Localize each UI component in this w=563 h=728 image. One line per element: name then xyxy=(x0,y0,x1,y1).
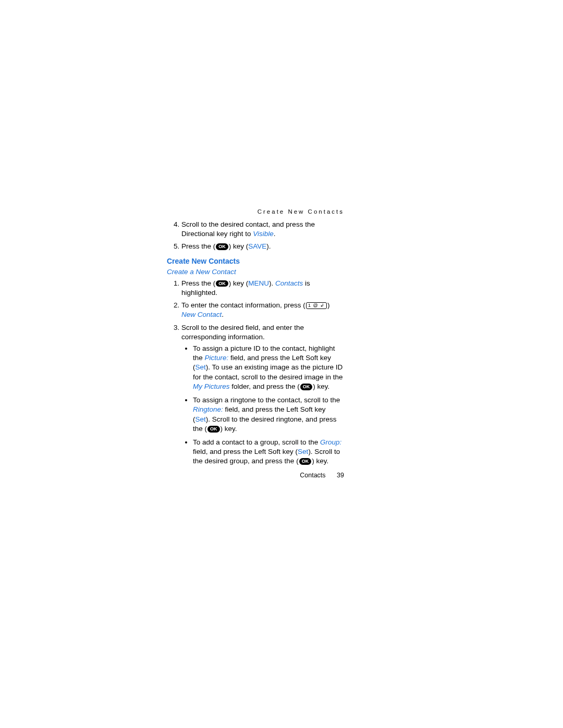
b3-a: To add a contact to a group, scroll to t… xyxy=(193,438,320,446)
b3-b: field, and press the Left Soft key ( xyxy=(193,448,298,455)
b1-d: folder, and press the ( xyxy=(230,382,300,390)
ringtone-label: Ringtone: xyxy=(193,405,223,413)
step5-text-b: ) key ( xyxy=(229,242,249,250)
section-heading: Create New Contacts xyxy=(167,257,344,265)
ok-key-icon: OK xyxy=(216,243,228,250)
bullet-ringtone: To assign a ringtone to the contact, scr… xyxy=(193,396,344,434)
ok-key-icon: OK xyxy=(216,280,228,287)
step-5: Press the (OK) key (SAVE). xyxy=(181,242,344,251)
new-contact-label: New Contact xyxy=(181,311,222,318)
s2-c: . xyxy=(222,311,224,318)
b1-c: ). To use an existing image as the pictu… xyxy=(193,363,342,380)
step5-text-c: ). xyxy=(266,242,271,250)
s1-a: Press the ( xyxy=(181,279,215,287)
s2-b: ) xyxy=(327,301,330,309)
visible-label: Visible xyxy=(253,230,274,238)
footer-chapter: Contacts xyxy=(300,472,325,479)
set-label: Set xyxy=(195,415,206,423)
menu-label: MENU xyxy=(248,279,269,287)
s3-text: Scroll to the desired field, and enter t… xyxy=(181,324,304,341)
group-label: Group: xyxy=(320,438,341,446)
sub-bullets: To assign a picture ID to the contact, h… xyxy=(181,344,344,466)
contacts-label: Contacts xyxy=(275,279,303,287)
running-header: Create New Contacts xyxy=(167,208,344,215)
step-1: Press the (OK) key (MENU). Contacts is h… xyxy=(181,279,344,298)
bullet-group: To add a contact to a group, scroll to t… xyxy=(193,438,344,466)
set-label: Set xyxy=(195,363,206,371)
s1-c: ). xyxy=(269,279,275,287)
step4-text-b: . xyxy=(274,230,276,238)
continued-steps: Scroll to the desired contact, and press… xyxy=(167,220,344,252)
save-label: SAVE xyxy=(248,242,266,250)
step4-text-a: Scroll to the desired contact, and press… xyxy=(181,220,315,238)
b2-a: To assign a ringtone to the contact, scr… xyxy=(193,396,340,404)
subsection-heading: Create a New Contact xyxy=(167,268,344,276)
step-3: Scroll to the desired field, and enter t… xyxy=(181,323,344,466)
create-contact-steps: Press the (OK) key (MENU). Contacts is h… xyxy=(167,279,344,466)
one-key-icon: 1 @ ↲ xyxy=(306,302,327,309)
b3-d: ) key. xyxy=(312,457,328,465)
b1-e: ) key. xyxy=(313,382,329,390)
step-2: To enter the contact information, press … xyxy=(181,301,344,319)
b2-d: ) key. xyxy=(221,425,237,433)
my-pictures-label: My Pictures xyxy=(193,382,230,390)
bullet-picture: To assign a picture ID to the contact, h… xyxy=(193,344,344,391)
manual-page: Create New Contacts Scroll to the desire… xyxy=(167,208,344,471)
footer-page-number: 39 xyxy=(337,472,344,479)
page-footer: Contacts 39 xyxy=(300,472,344,479)
picture-label: Picture: xyxy=(205,354,229,362)
ok-key-icon: OK xyxy=(299,458,312,465)
step-4: Scroll to the desired contact, and press… xyxy=(181,220,344,239)
set-label: Set xyxy=(298,448,308,455)
s1-b: ) key ( xyxy=(229,279,249,287)
s2-a: To enter the contact information, press … xyxy=(181,301,305,309)
ok-key-icon: OK xyxy=(207,426,220,433)
ok-key-icon: OK xyxy=(300,384,313,390)
step5-text-a: Press the ( xyxy=(181,242,215,250)
